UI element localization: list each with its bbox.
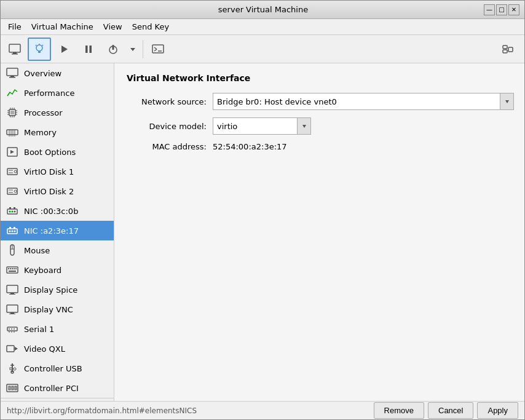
sidebar-item-memory[interactable]: Memory xyxy=(1,122,114,142)
sidebar-item-display-spice[interactable]: Display Spice xyxy=(1,280,114,299)
sidebar-item-label: NIC :a2:3e:17 xyxy=(24,226,79,236)
menu-send-key[interactable]: Send Key xyxy=(127,20,174,33)
pause-icon xyxy=(82,42,95,56)
svg-rect-76 xyxy=(15,268,17,269)
titlebar: server Virtual Machine — □ ✕ xyxy=(1,1,524,19)
svg-marker-103 xyxy=(302,125,306,128)
svg-rect-10 xyxy=(90,46,92,53)
detail-panel: Virtual Network Interface Network source… xyxy=(114,63,524,401)
screenshot-button[interactable] xyxy=(3,38,26,61)
monitor-icon xyxy=(8,42,22,56)
device-model-value: virtio xyxy=(217,122,297,131)
window-title: server Virtual Machine xyxy=(42,5,484,14)
network-source-row: Network source: Bridge br0: Host device … xyxy=(127,93,514,110)
svg-rect-20 xyxy=(508,47,513,52)
chevron-down-icon xyxy=(129,46,136,53)
vm-settings-button[interactable] xyxy=(496,38,519,61)
svg-rect-4 xyxy=(38,51,41,53)
svg-rect-80 xyxy=(9,294,15,295)
sidebar-item-processor[interactable]: Processor xyxy=(1,103,114,122)
power-button[interactable] xyxy=(28,38,51,61)
device-model-dropdown[interactable]: virtio xyxy=(213,117,311,135)
mac-address-row: MAC address: 52:54:00:a2:3e:17 xyxy=(127,142,514,151)
svg-point-95 xyxy=(14,368,16,370)
sidebar-item-performance[interactable]: Performance xyxy=(1,83,114,103)
svg-rect-58 xyxy=(9,207,11,209)
svg-rect-91 xyxy=(7,346,14,352)
nic-active-icon xyxy=(6,224,19,237)
sidebar-item-boot-options[interactable]: Boot Options xyxy=(1,142,114,162)
remove-button[interactable]: Remove xyxy=(374,402,424,419)
svg-rect-38 xyxy=(7,130,18,135)
console-button[interactable] xyxy=(146,38,170,61)
sidebar-item-virtio-disk-1[interactable]: VirtIO Disk 1 xyxy=(1,162,114,181)
shutdown-icon xyxy=(106,42,120,56)
svg-rect-1 xyxy=(13,52,17,53)
menu-virtual-machine[interactable]: Virtual Machine xyxy=(26,20,98,33)
svg-rect-82 xyxy=(10,312,14,314)
svg-point-3 xyxy=(36,45,42,51)
apply-button[interactable]: Apply xyxy=(477,402,518,419)
svg-rect-2 xyxy=(12,53,18,55)
mac-address-label: MAC address: xyxy=(127,142,213,151)
sidebar-item-display-vnc[interactable]: Display VNC xyxy=(1,299,114,319)
sidebar-item-label: Boot Options xyxy=(24,148,76,157)
main-content: Overview Performance Processor xyxy=(1,63,524,401)
toolbar-dropdown-button[interactable] xyxy=(126,38,140,61)
svg-rect-53 xyxy=(7,188,17,194)
network-source-label: Network source: xyxy=(127,97,213,106)
minimize-button[interactable]: — xyxy=(484,4,495,15)
svg-rect-72 xyxy=(8,268,9,269)
video-icon xyxy=(6,342,19,355)
main-window: server Virtual Machine — □ ✕ File Virtua… xyxy=(0,0,525,420)
svg-rect-79 xyxy=(10,293,14,294)
close-button[interactable]: ✕ xyxy=(508,4,519,15)
sidebar-item-mouse[interactable]: Mouse xyxy=(1,240,114,260)
svg-point-67 xyxy=(12,231,14,232)
disk-icon xyxy=(6,184,19,198)
arrow-down-icon xyxy=(301,123,307,129)
svg-line-16 xyxy=(154,49,157,51)
svg-marker-92 xyxy=(15,347,18,351)
menu-file[interactable]: File xyxy=(3,20,26,33)
window-controls: — □ ✕ xyxy=(484,4,519,15)
run-button[interactable] xyxy=(52,38,76,61)
svg-rect-99 xyxy=(9,386,10,390)
cpu-icon xyxy=(6,106,19,119)
maximize-button[interactable]: □ xyxy=(496,4,507,15)
svg-rect-14 xyxy=(152,45,164,53)
console-icon xyxy=(151,42,165,56)
sidebar-item-serial-1[interactable]: Serial 1 xyxy=(1,319,114,339)
sidebar-item-controller-pci[interactable]: Controller PCI xyxy=(1,378,114,398)
svg-marker-8 xyxy=(61,46,68,53)
status-url: http://libvirt.org/formatdomain.html#ele… xyxy=(7,406,197,415)
sidebar-item-nic-a23e17[interactable]: NIC :a2:3e:17 xyxy=(1,221,114,240)
sidebar-item-overview[interactable]: Overview xyxy=(1,63,114,83)
device-model-arrow[interactable] xyxy=(297,118,310,134)
sidebar-item-video-qxl[interactable]: Video QXL xyxy=(1,339,114,359)
toolbar xyxy=(1,35,524,63)
svg-rect-100 xyxy=(12,386,14,390)
chart-icon xyxy=(6,86,19,100)
sidebar-item-nic-003c0b[interactable]: NIC :00:3c:0b xyxy=(1,201,114,221)
disk-icon xyxy=(6,165,19,178)
cancel-button[interactable]: Cancel xyxy=(428,402,473,419)
display-spice-icon xyxy=(6,283,19,296)
sidebar-item-virtio-disk-2[interactable]: VirtIO Disk 2 xyxy=(1,181,114,201)
svg-rect-0 xyxy=(9,44,20,52)
network-source-dropdown[interactable]: Bridge br0: Host device vnet0 xyxy=(213,93,514,110)
svg-rect-101 xyxy=(15,386,17,390)
sidebar-item-keyboard[interactable]: Keyboard xyxy=(1,260,114,280)
svg-rect-12 xyxy=(112,45,114,50)
svg-point-86 xyxy=(11,328,12,330)
pause-button[interactable] xyxy=(77,38,100,61)
menu-view[interactable]: View xyxy=(98,20,127,33)
svg-rect-22 xyxy=(10,76,14,77)
status-bar: http://libvirt.org/formatdomain.html#ele… xyxy=(1,401,524,419)
svg-rect-74 xyxy=(12,268,13,269)
network-source-arrow[interactable] xyxy=(500,93,513,109)
vm-settings-icon xyxy=(501,42,515,56)
svg-rect-25 xyxy=(10,111,14,114)
shutdown-button[interactable] xyxy=(101,38,125,61)
sidebar-item-controller-usb[interactable]: Controller USB xyxy=(1,359,114,378)
